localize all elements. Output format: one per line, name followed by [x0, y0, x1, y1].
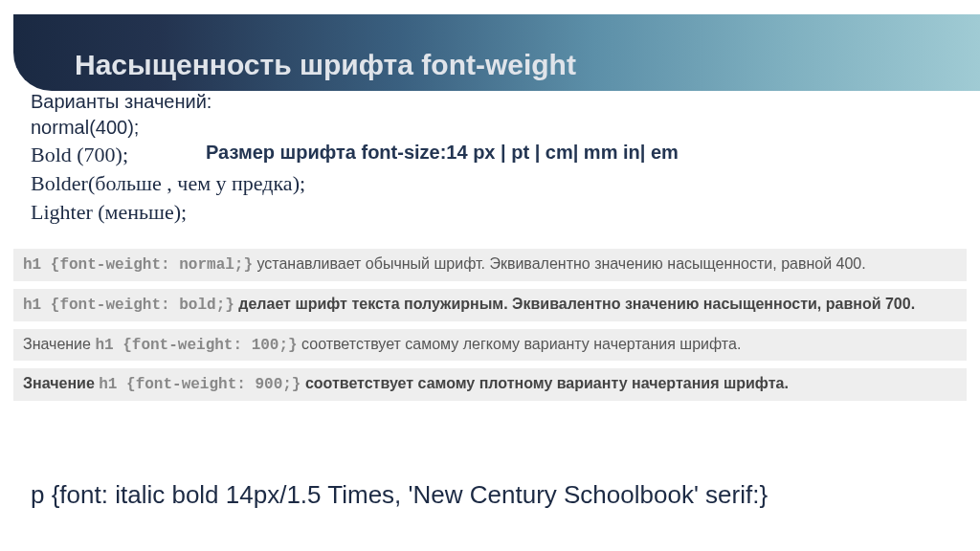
- variant-normal: normal(400);: [31, 117, 305, 139]
- example-text: соответствует самому плотному варианту н…: [301, 375, 788, 391]
- example-row: h1 {font-weight: bold;} делает шрифт тек…: [13, 289, 967, 321]
- example-text: устанавливает обычный шрифт. Эквивалентн…: [253, 255, 866, 272]
- example-row: Значение h1 {font-weight: 900;} соответс…: [13, 368, 967, 401]
- example-lead: Значение: [23, 375, 99, 391]
- example-row: h1 {font-weight: normal;} устанавливает …: [13, 249, 967, 281]
- example-row: Значение h1 {font-weight: 100;} соответс…: [13, 329, 967, 362]
- variants-heading: Варианты значений:: [31, 91, 305, 113]
- font-shorthand-example: p {font: italic bold 14px/1.5 Times, 'Ne…: [31, 480, 951, 510]
- slide-title: Насыщенность шрифта font-weight: [75, 49, 576, 81]
- examples-list: h1 {font-weight: normal;} устанавливает …: [13, 249, 967, 408]
- slide-header: Насыщенность шрифта font-weight: [13, 14, 980, 91]
- example-code: h1 {font-weight: 900;}: [99, 376, 301, 393]
- example-text: делает шрифт текста полужирным. Эквивале…: [234, 296, 915, 312]
- font-size-note: Размер шрифта font-size:14 px | pt | cm|…: [206, 142, 679, 164]
- example-text: соответствует самому легкому варианту на…: [298, 336, 742, 352]
- example-code: h1 {font-weight: normal;}: [23, 256, 253, 274]
- variant-lighter: Lighter (меньше);: [31, 200, 305, 225]
- variant-bolder: Bolder(больше , чем у предка);: [31, 171, 305, 196]
- example-code: h1 {font-weight: 100;}: [95, 337, 297, 354]
- example-lead: Значение: [23, 336, 95, 352]
- example-code: h1 {font-weight: bold;}: [23, 297, 234, 314]
